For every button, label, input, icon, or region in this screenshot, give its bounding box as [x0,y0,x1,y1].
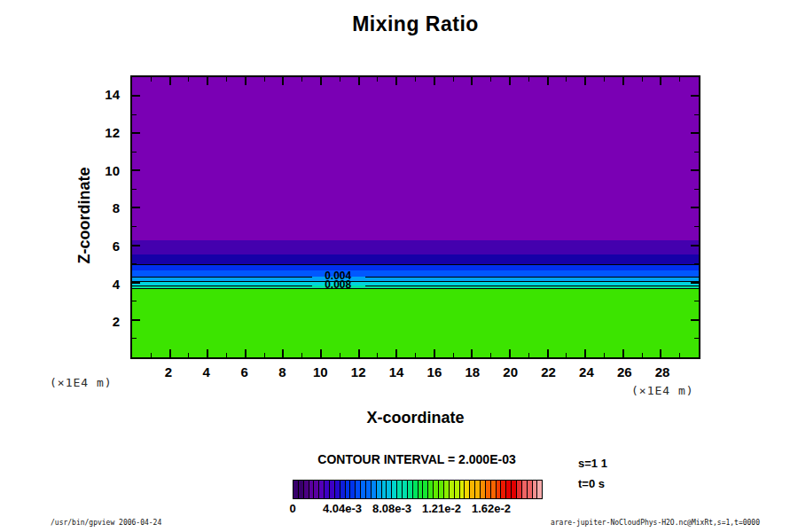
x-axis-tick [226,353,227,357]
x-axis-tick [245,349,246,357]
contour-fill-band [132,264,699,270]
y-axis-tick [132,189,137,190]
y-axis-tick [132,169,140,171]
y-axis-tick [691,169,699,171]
y-tick-label: 10 [105,162,120,177]
x-axis-tick [490,353,491,357]
footer-command-path: /usr/bin/gpview 2006-04-24 [51,519,161,527]
x-axis-unit-label: (×1E4 m) [631,384,694,397]
y-axis-tick [132,263,137,264]
x-axis-label: X-coordinate [130,409,700,427]
x-axis-tick [245,77,246,85]
colorbar-tick-labels: 04.04e-38.08e-31.21e-21.62e-2 [293,502,541,516]
x-axis-tick [509,77,511,85]
x-axis-tick [264,353,265,357]
x-axis-tick [358,349,360,357]
x-axis-tick [169,77,171,85]
y-axis-tick [132,132,140,134]
x-axis-tick [415,77,416,82]
x-axis-tick [566,77,567,82]
y-axis-tick-labels: 2468101214 [0,75,121,359]
x-tick-label: 12 [351,364,366,379]
contour-fill-band [132,270,699,277]
footer-data-source: arare-jupiter-NoCloudPhys-H2O.nc@MixRt,s… [551,519,760,527]
contour-line [132,288,699,289]
x-axis-tick [490,77,491,82]
y-axis-tick [132,114,137,115]
x-axis-tick [660,349,661,357]
x-tick-label: 20 [503,364,518,379]
contour-line [132,264,699,265]
x-axis-tick [528,77,529,82]
x-axis-tick [622,77,624,85]
x-axis-tick [434,349,435,357]
contour-fill-band [132,288,699,357]
y-axis-tick [132,282,140,284]
contour-interval-text: CONTOUR INTERVAL = 2.000E-03 [293,452,541,466]
y-axis-tick [691,245,699,246]
colorbar-label: 8.08e-3 [372,502,411,515]
plot-area: 0.0040.008 [130,75,700,359]
y-axis-tick [691,282,699,284]
x-axis-tick [642,353,643,357]
y-tick-label: 6 [113,239,120,254]
x-axis-tick-labels: 246810121416182022242628 [130,364,700,382]
y-axis-tick [132,245,140,246]
x-axis-tick [188,353,189,357]
colorbar-label: 1.62e-2 [472,502,511,515]
x-axis-tick [622,349,624,357]
colorbar-label: 4.04e-3 [323,502,362,515]
x-axis-tick [358,77,360,85]
x-axis-tick [509,349,511,357]
x-tick-label: 4 [203,364,210,379]
x-axis-tick [547,349,549,357]
x-axis-tick [151,353,152,357]
x-axis-tick [471,77,473,85]
contour-line [132,277,312,278]
y-axis-tick [691,132,699,134]
x-tick-label: 24 [579,364,594,379]
x-tick-label: 2 [165,364,172,379]
x-axis-tick [282,349,284,357]
x-axis-tick [320,77,322,85]
colorbar-label: 0 [289,502,295,515]
y-axis-tick [132,152,137,153]
x-tick-label: 26 [617,364,632,379]
x-axis-tick [151,77,152,82]
x-tick-label: 28 [655,364,670,379]
x-tick-label: 10 [313,364,328,379]
x-tick-label: 18 [465,364,480,379]
colorbar-cell [536,481,542,498]
y-tick-label: 4 [113,276,120,291]
x-axis-tick [169,349,171,357]
x-axis-tick [679,353,680,357]
y-tick-label: 8 [113,200,120,215]
y-axis-unit-label: (×1E4 m) [50,376,113,389]
x-axis-tick [395,349,397,357]
annotation-time: t=0 s [578,477,605,490]
contour-fill-band [132,240,699,254]
x-axis-tick [453,77,454,82]
x-axis-tick [528,353,529,357]
y-axis-tick [691,95,699,97]
x-axis-tick [282,77,284,85]
contour-line [365,286,699,286]
y-axis-tick [132,95,140,97]
x-axis-tick [264,77,265,82]
colorbar [293,480,543,499]
x-tick-label: 6 [240,364,247,379]
x-axis-tick [188,77,189,82]
x-axis-tick [377,77,378,82]
gpview-window: Mixing Ratio Z-coordinate 0.0040.008 246… [0,0,798,532]
x-axis-tick [604,353,605,357]
y-tick-label: 12 [105,125,120,140]
x-axis-tick [584,349,586,357]
chart-title: Mixing Ratio [130,12,700,36]
y-axis-tick [694,114,699,115]
x-tick-label: 22 [541,364,556,379]
x-axis-tick [207,77,208,85]
y-axis-tick [691,207,699,208]
x-axis-tick [547,77,549,85]
contour-fill-band [132,254,699,264]
x-axis-tick [471,349,473,357]
